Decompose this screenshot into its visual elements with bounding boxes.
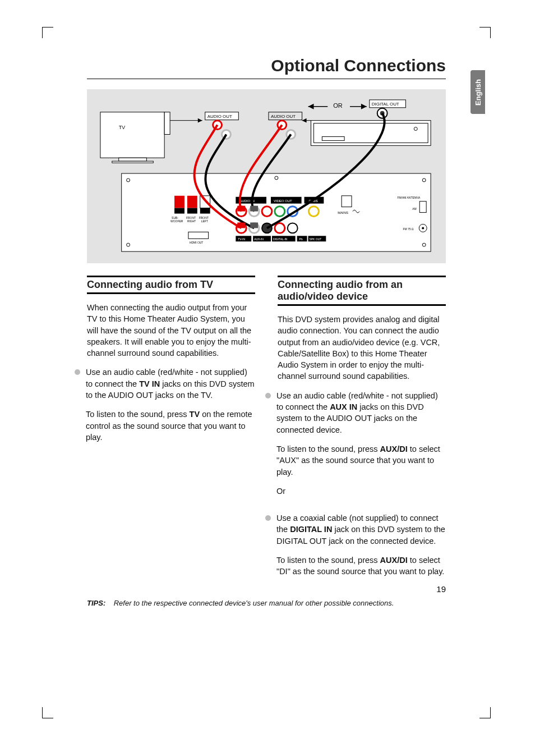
left-bullet-1-text: Use an audio cable (red/white - not supp… [86, 366, 255, 401]
diagram-audio-out-2: AUDIO OUT [271, 114, 296, 119]
connection-diagram: TV AUDIO OUT AUDIO OUT OR [87, 89, 446, 263]
svg-point-52 [275, 223, 285, 233]
left-p2-pre: To listen to the sound, press [86, 410, 190, 419]
crop-mark-br [479, 707, 491, 718]
left-column: Connecting audio from TV When connecting… [87, 276, 255, 593]
tips-label: TIPS: [87, 599, 105, 607]
svg-text:WOOFER: WOOFER [170, 220, 183, 223]
page-title: Optional Connections [87, 56, 446, 75]
svg-marker-21 [361, 104, 367, 109]
svg-point-46 [275, 207, 285, 217]
page-content: Optional Connections English TV AUDIO OU… [42, 22, 485, 607]
svg-point-5 [213, 121, 222, 130]
diagram-fm-am-antenna-label: FM/AM ANTENNA [397, 196, 420, 199]
diagram-subwoofer-label: SUB- [172, 217, 178, 220]
diagram-video-out-label: VIDEO OUT [274, 199, 292, 203]
bullet-icon [75, 369, 80, 375]
diagram-mains-label: MAINS [338, 211, 348, 214]
right-p3-bold: AUX/DI [380, 556, 408, 565]
left-paragraph-2: To listen to the sound, press TV on the … [86, 409, 255, 443]
left-b1-bold: TV IN [139, 379, 160, 388]
svg-point-45 [262, 207, 272, 217]
svg-text:RIGHT: RIGHT [187, 220, 196, 223]
crop-mark-bl [42, 707, 53, 718]
left-heading: Connecting audio from TV [87, 276, 255, 294]
diagram-svg: TV AUDIO OUT AUDIO OUT OR [87, 90, 445, 263]
svg-point-48 [309, 207, 319, 217]
svg-rect-65 [250, 222, 258, 228]
diagram-aux-in-label: AUX-IN [254, 238, 264, 241]
svg-marker-19 [308, 104, 314, 109]
right-b2-bold: DIGITAL IN [290, 525, 332, 534]
diagram-am-label: AM [412, 208, 416, 210]
right-paragraph-3: To listen to the sound, press AUX/DI to … [276, 555, 446, 578]
right-bullet-2: Use a coaxial cable (not supplied) to co… [278, 512, 446, 585]
diagram-tv-label: TV [119, 125, 125, 130]
svg-rect-61 [419, 201, 426, 213]
svg-rect-1 [119, 158, 147, 161]
svg-point-53 [288, 223, 298, 233]
right-or: Or [276, 485, 446, 497]
svg-rect-60 [342, 196, 352, 207]
svg-rect-32 [174, 208, 185, 214]
svg-rect-10 [313, 123, 428, 143]
svg-rect-3 [164, 112, 170, 135]
svg-rect-67 [250, 206, 258, 212]
svg-rect-34 [187, 208, 197, 214]
diagram-hdmi-out-label: HDMI OUT [190, 241, 204, 244]
tips-row: TIPS: Refer to the respective connected … [87, 599, 446, 607]
right-p2-bold: AUX/DI [380, 445, 408, 453]
svg-rect-64 [237, 222, 245, 228]
diagram-tv-in-label: TV-IN [238, 238, 245, 241]
page-title-row: Optional Connections [87, 56, 446, 79]
diagram-digital-in-label: DIGITAL-IN [273, 238, 288, 241]
diagram-spk-out-label: SPK OUT [310, 238, 322, 241]
svg-point-51 [262, 223, 272, 233]
left-p2-bold: TV [190, 410, 200, 419]
right-paragraph-2: To listen to the sound, press AUX/DI to … [276, 443, 446, 478]
svg-marker-17 [302, 118, 307, 123]
right-bullet-1: Use an audio cable (red/white - not supp… [278, 390, 446, 505]
right-p3-pre: To listen to the sound, press [276, 556, 380, 565]
svg-marker-8 [198, 118, 202, 123]
diagram-or-label: OR [333, 102, 342, 109]
language-tab-label: English [474, 79, 482, 106]
left-paragraph-1: When connecting the audio output from yo… [87, 302, 255, 359]
svg-point-63 [422, 227, 424, 229]
right-heading: Connecting audio from an audio/video dev… [278, 276, 446, 306]
content-columns: Connecting audio from TV When connecting… [87, 276, 446, 593]
svg-rect-33 [187, 196, 197, 208]
left-bullet-1: Use an audio cable (red/white - not supp… [87, 366, 255, 451]
svg-rect-0 [100, 112, 164, 158]
bullet-icon [265, 515, 271, 521]
right-bullet-1-text: Use an audio cable (red/white - not supp… [276, 390, 446, 436]
diagram-fm-label: FM 75 Ω [403, 228, 413, 231]
diagram-front-right-label: FRONT [186, 217, 196, 220]
diagram-front-left-label: FRONT [199, 217, 209, 220]
svg-rect-2 [112, 161, 154, 163]
svg-rect-36 [200, 208, 210, 214]
right-column: Connecting audio from an audio/video dev… [278, 276, 446, 593]
svg-rect-66 [237, 206, 245, 212]
right-paragraph-1: This DVD system provides analog and digi… [278, 314, 446, 382]
diagram-digital-out: DIGITAL OUT [372, 102, 399, 107]
svg-rect-31 [174, 196, 185, 208]
page-number: 19 [436, 584, 446, 594]
language-tab: English [471, 70, 485, 114]
right-p2-pre: To listen to the sound, press [276, 445, 380, 453]
svg-text:LEFT: LEFT [201, 220, 208, 223]
svg-rect-59 [188, 232, 209, 239]
bullet-icon [265, 393, 271, 398]
right-b1-bold: AUX IN [330, 402, 357, 411]
right-bullet-2-text: Use a coaxial cable (not supplied) to co… [276, 512, 446, 547]
tips-text: Refer to the respective connected device… [114, 599, 394, 607]
diagram-pb-label: Pb [299, 238, 303, 241]
diagram-audio-out-1: AUDIO OUT [207, 114, 232, 119]
